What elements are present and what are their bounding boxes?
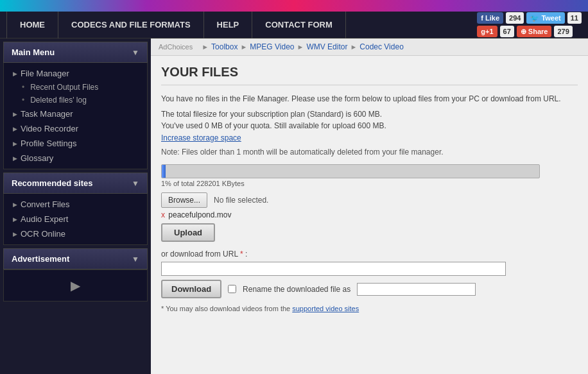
sidebar-item-convert-files[interactable]: ▶ Convert Files [4, 197, 147, 212]
progress-bar-fill [162, 165, 166, 178]
increase-storage-link[interactable]: Increase storage space [161, 133, 241, 142]
chevron-right-icon: ▶ [13, 71, 17, 77]
download-button[interactable]: Download [161, 280, 221, 298]
rename-checkbox[interactable] [228, 285, 236, 293]
tweet-label: Tweet [541, 14, 560, 22]
social-buttons: f Like 294 🐦 Tweet 11 g+1 67 ⊕ Share 279 [477, 12, 582, 37]
tweet-button[interactable]: 🐦 Tweet [526, 12, 564, 24]
breadcrumb-bar: AdChoices ► Toolbox ► MPEG Video ► WMV E… [151, 38, 588, 56]
task-manager-label: Task Manager [21, 109, 73, 119]
footer-note: * You may also download videos from the … [161, 305, 578, 312]
breadcrumb-sep-1: ► [202, 43, 209, 51]
selected-file-name: peacefulpond.mov [168, 210, 231, 219]
sidebar-advertisement-section: Advertisement ▼ ▶ [0, 248, 151, 302]
chevron-right-icon-2: ▶ [13, 111, 17, 117]
sidebar-item-profile-settings[interactable]: ▶ Profile Settings [4, 136, 147, 151]
no-file-text: No file selected. [214, 196, 268, 205]
breadcrumb-sep-4: ► [350, 43, 357, 51]
like-count: 294 [506, 12, 524, 24]
main-layout: Main Menu ▼ ▶ File Manager Recent Output… [0, 38, 588, 374]
content-body: YOUR FILES You have no files in the File… [151, 56, 588, 321]
recent-output-label: Recent Output Files [30, 83, 98, 92]
rename-label: Rename the downloaded file as [243, 285, 350, 294]
share-icon: ⊕ [521, 28, 526, 36]
breadcrumb-mpeg-video[interactable]: MPEG Video [250, 42, 294, 51]
selected-file-row: x peacefulpond.mov [161, 210, 578, 219]
advertisement-header[interactable]: Advertisement ▼ [3, 248, 148, 269]
gplus-count: 67 [500, 26, 514, 37]
main-menu-arrow-icon: ▼ [132, 48, 139, 57]
supported-video-sites-link[interactable]: supported video sites [292, 305, 359, 312]
sidebar-item-audio-expert[interactable]: ▶ Audio Expert [4, 212, 147, 226]
recommended-sites-list: ▶ Convert Files ▶ Audio Expert ▶ OCR Onl… [3, 194, 148, 245]
rename-input[interactable] [357, 283, 476, 296]
advertisement-arrow-icon: ▼ [132, 255, 139, 264]
facebook-like-button[interactable]: f Like [477, 12, 503, 24]
gplus-button[interactable]: g+1 [477, 26, 497, 37]
main-menu-header[interactable]: Main Menu ▼ [3, 42, 148, 63]
audio-expert-label: Audio Expert [21, 214, 68, 224]
nav-home[interactable]: HOME [6, 12, 58, 38]
sidebar: Main Menu ▼ ▶ File Manager Recent Output… [0, 38, 151, 374]
upload-row: Browse... No file selected. [161, 192, 578, 208]
share-count: 279 [554, 26, 572, 37]
glossary-label: Glossary [21, 153, 53, 163]
nav-contact[interactable]: CONTACT FORM [252, 12, 345, 38]
share-button[interactable]: ⊕ Share [517, 26, 552, 37]
ocr-online-label: OCR Online [21, 229, 65, 239]
chevron-right-icon-7: ▶ [13, 216, 17, 223]
social-row-top: f Like 294 🐦 Tweet 11 [477, 12, 582, 24]
or-download-label: or download from URL [161, 250, 238, 259]
ad-choices-label[interactable]: AdChoices [159, 43, 193, 51]
recommended-sites-header[interactable]: Recommended sites ▼ [3, 173, 148, 194]
sidebar-subitem-recent-output[interactable]: Recent Output Files [4, 81, 147, 94]
breadcrumb-sep-3: ► [297, 43, 304, 51]
required-star: * [240, 250, 243, 259]
breadcrumb-toolbox[interactable]: Toolbox [211, 42, 238, 51]
chevron-right-icon-5: ▶ [13, 155, 17, 162]
upload-button[interactable]: Upload [161, 223, 215, 242]
convert-files-label: Convert Files [21, 200, 70, 209]
or-download-colon: : [245, 250, 247, 259]
advertisement-label: Advertisement [12, 254, 69, 264]
content-area: AdChoices ► Toolbox ► MPEG Video ► WMV E… [151, 38, 588, 374]
tw-icon: 🐦 [530, 14, 539, 22]
sidebar-item-ocr-online[interactable]: ▶ OCR Online [4, 226, 147, 241]
file-manager-label: File Manager [21, 69, 69, 78]
chevron-right-icon-3: ▶ [13, 126, 17, 132]
chevron-right-icon-6: ▶ [13, 201, 17, 208]
note-text: Note: Files older than 1 month will be a… [161, 148, 578, 157]
breadcrumb-wmv-editor[interactable]: WMV Editor [306, 42, 347, 51]
or-download-text: or download from URL * : [161, 250, 578, 259]
storage-line2: You've used 0 MB of your quota. Still av… [161, 121, 578, 130]
sidebar-item-file-manager[interactable]: ▶ File Manager [4, 66, 147, 81]
nav-links: HOME CODECS AND FILE FORMATS HELP CONTAC… [6, 12, 477, 38]
remove-file-icon[interactable]: x [161, 210, 165, 219]
sidebar-item-glossary[interactable]: ▶ Glossary [4, 151, 147, 166]
sidebar-item-task-manager[interactable]: ▶ Task Manager [4, 106, 147, 121]
sidebar-item-video-recorder[interactable]: ▶ Video Recorder [4, 121, 147, 136]
storage-line1: The total filesize for your subscription… [161, 110, 578, 119]
progress-label: 1% of total 228201 KBytes [161, 180, 578, 187]
gplus-label: g+1 [481, 28, 493, 35]
browse-button[interactable]: Browse... [161, 192, 207, 208]
page-title: YOUR FILES [161, 65, 578, 85]
sidebar-subitem-deleted-files[interactable]: Deleted files' log [4, 94, 147, 106]
profile-settings-label: Profile Settings [21, 139, 76, 148]
advertisement-content: ▶ [3, 269, 148, 302]
sidebar-main-menu-section: Main Menu ▼ ▶ File Manager Recent Output… [0, 42, 151, 169]
main-menu-list: ▶ File Manager Recent Output Files Delet… [3, 63, 148, 169]
chevron-right-icon-4: ▶ [13, 140, 17, 147]
fb-icon: f [481, 14, 483, 22]
tweet-count: 11 [567, 12, 582, 24]
deleted-files-label: Deleted files' log [30, 96, 87, 105]
nav-codecs[interactable]: CODECS AND FILE FORMATS [58, 12, 204, 38]
recommended-sites-label: Recommended sites [12, 178, 92, 188]
like-label: Like [485, 14, 499, 22]
download-url-input[interactable] [161, 262, 506, 276]
breadcrumb-codec-video[interactable]: Codec Video [359, 42, 404, 51]
download-row: Download Rename the downloaded file as [161, 280, 578, 298]
chevron-right-icon-8: ▶ [13, 231, 17, 237]
nav-help[interactable]: HELP [204, 12, 253, 38]
sidebar-recommended-section: Recommended sites ▼ ▶ Convert Files ▶ Au… [0, 173, 151, 245]
